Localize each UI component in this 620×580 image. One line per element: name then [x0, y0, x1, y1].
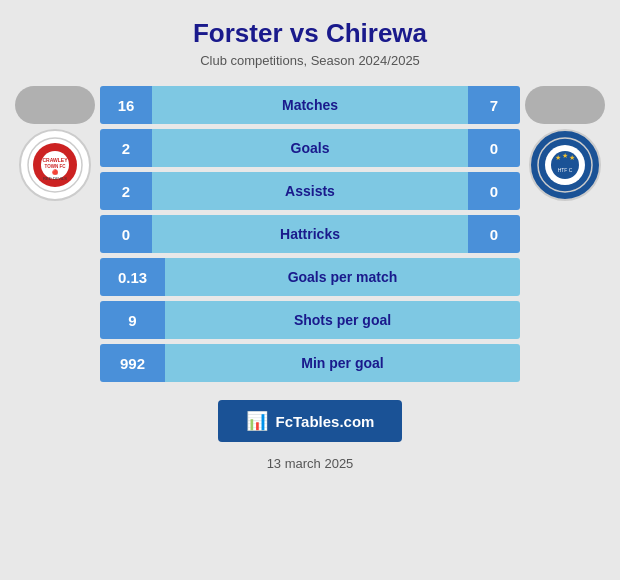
right-club-panel: ★ ★ ★ HTF C — [520, 86, 610, 201]
stat-row-min-per-goal: 992 Min per goal — [100, 344, 520, 382]
stat-right-matches: 7 — [468, 86, 520, 124]
stat-row-goals-per-match: 0.13 Goals per match — [100, 258, 520, 296]
left-pill-1 — [15, 86, 95, 124]
stat-row-assists: 2 Assists 0 — [100, 172, 520, 210]
stat-right-goals: 0 — [468, 129, 520, 167]
svg-text:★: ★ — [555, 154, 561, 161]
stat-label-assists: Assists — [152, 172, 468, 210]
right-club-logo: ★ ★ ★ HTF C — [529, 129, 601, 201]
footer-date: 13 march 2025 — [267, 456, 354, 471]
stat-left-matches: 16 — [100, 86, 152, 124]
left-club-panel: CRAWLEY TOWN FC 🔴 RED DEVILS — [10, 86, 100, 201]
stat-left-hattricks: 0 — [100, 215, 152, 253]
page-title: Forster vs Chirewa — [193, 18, 427, 49]
fctables-icon: 📊 — [246, 410, 268, 432]
left-club-logo: CRAWLEY TOWN FC 🔴 RED DEVILS — [19, 129, 91, 201]
stat-left-goals: 2 — [100, 129, 152, 167]
right-grey-pill — [525, 86, 605, 124]
stat-right-assists: 0 — [468, 172, 520, 210]
right-pill-1 — [525, 86, 605, 124]
stat-row-shots-per-goal: 9 Shots per goal — [100, 301, 520, 339]
stat-row-hattricks: 0 Hattricks 0 — [100, 215, 520, 253]
stat-row-matches: 16 Matches 7 — [100, 86, 520, 124]
svg-text:★: ★ — [562, 152, 568, 159]
stat-label-goals-per-match: Goals per match — [165, 258, 520, 296]
fctables-banner: 📊 FcTables.com — [218, 400, 403, 442]
stat-label-matches: Matches — [152, 86, 468, 124]
stat-left-shots-per-goal: 9 — [100, 301, 165, 339]
stat-label-shots-per-goal: Shots per goal — [165, 301, 520, 339]
svg-text:CRAWLEY: CRAWLEY — [43, 157, 69, 163]
svg-text:RED DEVILS: RED DEVILS — [43, 176, 67, 181]
stat-left-assists: 2 — [100, 172, 152, 210]
svg-text:🔴: 🔴 — [52, 169, 59, 176]
huddersfield-crest: ★ ★ ★ HTF C — [536, 136, 594, 194]
stat-label-min-per-goal: Min per goal — [165, 344, 520, 382]
page-wrapper: Forster vs Chirewa Club competitions, Se… — [0, 0, 620, 580]
stat-label-goals: Goals — [152, 129, 468, 167]
svg-text:HTF C: HTF C — [558, 167, 573, 173]
stat-left-goals-per-match: 0.13 — [100, 258, 165, 296]
stat-left-min-per-goal: 992 — [100, 344, 165, 382]
stat-row-goals: 2 Goals 0 — [100, 129, 520, 167]
svg-text:★: ★ — [569, 154, 575, 161]
stat-label-hattricks: Hattricks — [152, 215, 468, 253]
page-subtitle: Club competitions, Season 2024/2025 — [200, 53, 420, 68]
stat-right-hattricks: 0 — [468, 215, 520, 253]
comparison-area: CRAWLEY TOWN FC 🔴 RED DEVILS 16 Matches … — [10, 86, 610, 382]
left-grey-pill — [15, 86, 95, 124]
stats-area: 16 Matches 7 2 Goals 0 2 Assists 0 0 Hat… — [100, 86, 520, 382]
crawley-town-crest: CRAWLEY TOWN FC 🔴 RED DEVILS — [26, 136, 84, 194]
fctables-text: FcTables.com — [276, 413, 375, 430]
